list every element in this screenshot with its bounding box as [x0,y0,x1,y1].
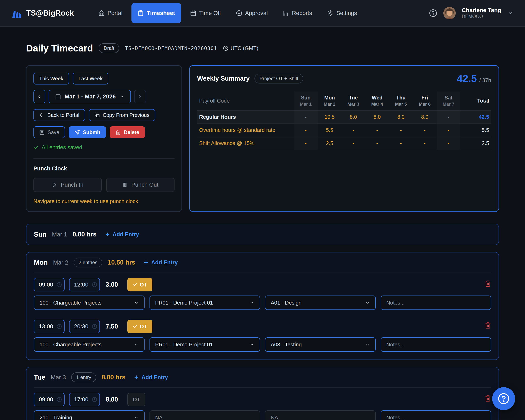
delete-button[interactable]: Delete [110,126,145,138]
back-to-portal-button[interactable]: Back to Portal [33,109,85,121]
chevron-right-icon [138,94,142,99]
chevron-down-icon [119,94,124,99]
nav-item-portal[interactable]: Portal [92,3,129,23]
this-week-button[interactable]: This Week [33,73,69,84]
arrow-left-icon [39,112,45,118]
activity-select[interactable]: A03 - Testing [265,337,376,352]
avatar[interactable] [443,7,456,19]
weekly-total: 42.5 / 37h [457,73,491,84]
clock-icon [56,282,62,288]
entry-duration: 3.00 [106,281,118,288]
entry-duration: 7.50 [106,323,118,330]
day-header-sat: SatMar 7 [437,92,460,110]
day-card-tue: Tue Mar 3 1 entry 8.00 hrs Add Entry 8.0… [26,367,499,420]
day-card-sun: Sun Mar 1 0.00 hrs Add Entry [26,224,499,245]
total-header: Total [460,92,491,110]
plus-icon [134,375,139,380]
bar-chart-icon [283,10,289,16]
clipboard-icon [138,10,144,16]
chevron-down-icon [249,300,254,305]
nav-item-label: Time Off [199,10,221,16]
ot-toggle[interactable]: OT [127,278,152,291]
day-name: Sun [34,231,47,238]
copy-icon [94,112,100,118]
chevron-down-icon [365,300,370,305]
weekly-summary-title: Weekly Summary [197,75,250,82]
chevron-down-icon [134,342,139,347]
nav-item-reports[interactable]: Reports [277,3,318,23]
day-date: Mar 2 [53,259,68,266]
add-entry-button[interactable]: Add Entry [105,231,139,238]
last-week-button[interactable]: Last Week [73,73,109,84]
payroll-code-select[interactable]: 100 - Chargeable Projects [34,296,145,310]
nav-item-time-off[interactable]: Time Off [184,3,227,23]
user-company: DEMOCO [462,14,501,19]
status-badge: Draft [99,43,119,53]
add-entry-button[interactable]: Add Entry [143,259,178,266]
check-icon [33,145,39,150]
day-date: Mar 1 [52,231,67,238]
chevron-down-icon[interactable] [507,10,514,16]
clock-icon [92,397,97,402]
nav-menu: Portal Timesheet Time Off Approval Repor… [92,3,429,23]
date-range-button[interactable]: Mar 1 - Mar 7, 2026 [49,90,131,103]
save-button[interactable]: Save [33,126,65,138]
delete-entry-button[interactable] [485,280,491,287]
clock-icon [56,397,62,402]
date-range-label: Mar 1 - Mar 7, 2026 [65,93,116,100]
day-header-thu: ThuMar 5 [389,92,413,110]
gear-icon [327,10,333,16]
entry-count-badge: 2 entries [74,258,102,267]
top-nav: TS@BigRock Portal Timesheet Time Off App… [0,0,525,27]
page-title: Daily Timecard [26,43,93,54]
payroll-code-select[interactable]: 210 - Training [34,410,145,420]
calendar-icon [55,94,61,100]
ot-toggle[interactable]: OT [127,393,145,406]
weekly-summary-panel: Weekly Summary Project OT + Shift 42.5 /… [189,65,499,212]
day-header-tue: TueMar 3 [341,92,365,110]
nav-item-approval[interactable]: Approval [230,3,274,23]
weekly-total-target: / 37h [479,77,491,84]
previous-week-button[interactable] [33,90,45,103]
ot-toggle[interactable]: OT [127,320,152,333]
nav-item-settings[interactable]: Settings [321,3,363,23]
payroll-code-header: Payroll Code [197,92,294,110]
activity-select[interactable]: A01 - Design [265,296,376,310]
save-icon [39,130,45,135]
payroll-code-select[interactable]: 100 - Chargeable Projects [34,337,145,352]
copy-from-previous-button[interactable]: Copy From Previous [89,109,155,121]
chevron-down-icon [134,300,139,305]
floating-help-button[interactable] [492,387,515,410]
question-circle-icon [497,392,510,405]
notes-input[interactable] [381,410,491,420]
nav-item-timesheet[interactable]: Timesheet [131,3,181,23]
time-entry: 3.00 OT 100 - Chargeable Projects PR01 -… [34,273,491,311]
next-week-button[interactable] [134,90,146,103]
project-select[interactable]: PR01 - Demo Project 01 [150,296,260,310]
submit-button[interactable]: Submit [69,126,106,138]
user-menu[interactable]: Charlene Tang DEMOCO [462,7,501,19]
day-date: Mar 3 [51,374,66,381]
summary-row-regular: Regular Hours - 10.5 8.0 8.0 8.0 8.0 - 4… [197,110,491,124]
pause-icon [122,182,128,187]
delete-entry-button[interactable] [485,322,491,329]
activity-field-disabled: NA [265,410,376,420]
notes-input[interactable] [381,337,491,352]
day-hours: 8.00 hrs [102,374,125,381]
punch-out-button[interactable]: Punch Out [106,177,175,192]
delete-entry-button[interactable] [485,395,491,402]
day-header-fri: FriMar 6 [413,92,437,110]
check-icon [133,282,137,287]
project-select[interactable]: PR01 - Demo Project 01 [150,337,260,352]
punch-clock-label: Punch Clock [33,166,175,172]
project-field-disabled: NA [150,410,260,420]
weekly-summary-table: Payroll Code SunMar 1 MonMar 2 TueMar 3 … [197,92,491,150]
time-entry: 7.50 OT 100 - Chargeable Projects PR01 -… [34,315,491,353]
check-icon [133,324,137,329]
notes-input[interactable] [381,296,491,310]
add-entry-button[interactable]: Add Entry [134,374,168,381]
time-entry: 8.00 OT 210 - Training NA NA [34,388,491,420]
punch-in-button[interactable]: Punch In [33,177,102,192]
day-name: Mon [34,259,48,266]
help-icon[interactable] [429,9,437,17]
